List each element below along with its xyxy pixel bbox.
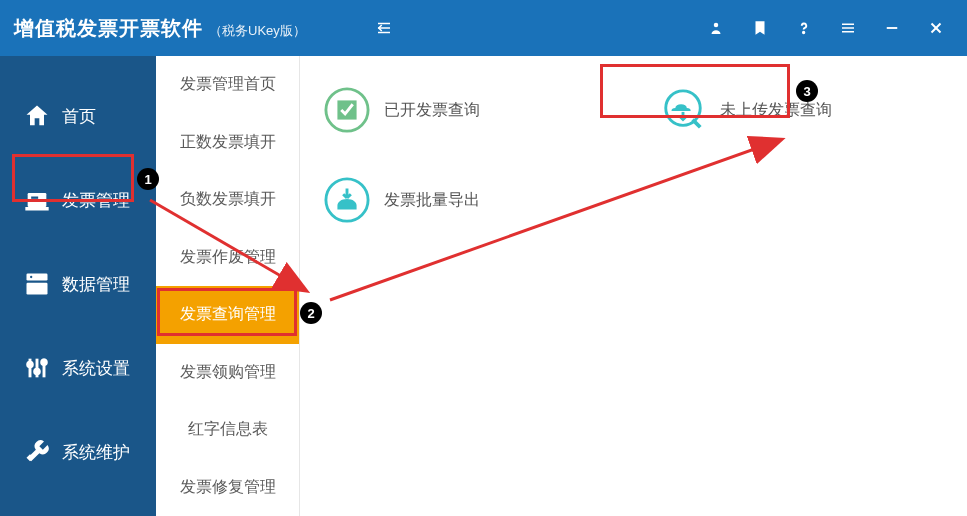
svg-rect-13 (31, 197, 38, 199)
svg-rect-15 (27, 283, 48, 295)
app-window: 增值税发票开票软件 （税务UKey版） (0, 0, 967, 516)
menu-collapse-icon (375, 19, 393, 37)
export-icon (324, 177, 370, 223)
close-icon[interactable] (927, 19, 945, 37)
sidebar: 首页 发票管理 数据管理 系统设置 (0, 56, 156, 516)
cloud-upload-icon (660, 87, 706, 133)
submenu-item-repair[interactable]: 发票修复管理 (156, 459, 299, 517)
submenu-label: 红字信息表 (188, 419, 268, 440)
submenu-item-purchase[interactable]: 发票领购管理 (156, 344, 299, 402)
sidebar-toggle[interactable] (354, 19, 414, 37)
help-icon[interactable] (795, 19, 813, 37)
submenu: 发票管理首页 正数发票填开 负数发票填开 发票作废管理 发票查询管理 发票领购管… (156, 56, 300, 516)
svg-line-27 (693, 120, 701, 128)
invoice-icon (22, 185, 52, 215)
submenu-label: 发票管理首页 (180, 74, 276, 95)
submenu-label: 发票领购管理 (180, 362, 276, 383)
app-title: 增值税发票开票软件 (14, 15, 203, 42)
sidebar-item-maintenance[interactable]: 系统维护 (0, 410, 156, 494)
submenu-item-negative[interactable]: 负数发票填开 (156, 171, 299, 229)
menu-icon[interactable] (839, 19, 857, 37)
sidebar-item-label: 发票管理 (62, 189, 130, 212)
func-not-uploaded-query[interactable]: 未上传发票查询 (660, 80, 832, 140)
func-label: 未上传发票查询 (720, 100, 832, 121)
sidebar-item-label: 系统设置 (62, 357, 130, 380)
app-body: 首页 发票管理 数据管理 系统设置 (0, 56, 967, 516)
data-icon (22, 269, 52, 299)
submenu-label: 负数发票填开 (180, 189, 276, 210)
submenu-item-void[interactable]: 发票作废管理 (156, 229, 299, 287)
bookmark-icon[interactable] (751, 19, 769, 37)
user-icon[interactable] (707, 19, 725, 37)
sidebar-item-invoice[interactable]: 发票管理 (0, 158, 156, 242)
submenu-item-redinfo[interactable]: 红字信息表 (156, 401, 299, 459)
content-area: 已开发票查询 未上传发票查询 发票批量导出 (300, 56, 967, 516)
func-batch-export[interactable]: 发票批量导出 (324, 170, 480, 230)
wrench-icon (22, 437, 52, 467)
func-label: 已开发票查询 (384, 100, 480, 121)
submenu-label: 正数发票填开 (180, 132, 276, 153)
check-doc-icon (324, 87, 370, 133)
svg-point-20 (28, 362, 33, 367)
svg-point-4 (803, 32, 805, 34)
svg-rect-11 (28, 193, 47, 207)
sidebar-item-home[interactable]: 首页 (0, 74, 156, 158)
submenu-label: 发票修复管理 (180, 477, 276, 498)
submenu-item-positive[interactable]: 正数发票填开 (156, 114, 299, 172)
submenu-item-home[interactable]: 发票管理首页 (156, 56, 299, 114)
svg-rect-12 (25, 207, 48, 211)
func-issued-query[interactable]: 已开发票查询 (324, 80, 480, 140)
settings-icon (22, 353, 52, 383)
svg-point-22 (42, 360, 47, 365)
sidebar-item-label: 数据管理 (62, 273, 130, 296)
func-label: 发票批量导出 (384, 190, 480, 211)
sidebar-item-data[interactable]: 数据管理 (0, 242, 156, 326)
submenu-label: 发票作废管理 (180, 247, 276, 268)
svg-rect-14 (27, 274, 48, 281)
title-bar-right (707, 19, 967, 37)
sidebar-item-settings[interactable]: 系统设置 (0, 326, 156, 410)
svg-point-21 (35, 369, 40, 374)
sidebar-item-label: 首页 (62, 105, 96, 128)
svg-point-16 (30, 276, 32, 278)
submenu-label: 发票查询管理 (180, 304, 276, 325)
title-bar: 增值税发票开票软件 （税务UKey版） (0, 0, 967, 56)
app-subtitle: （税务UKey版） (209, 22, 306, 40)
minimize-icon[interactable] (883, 19, 901, 37)
svg-point-3 (714, 23, 719, 28)
home-icon (22, 101, 52, 131)
title-bar-left: 增值税发票开票软件 （税务UKey版） (0, 15, 306, 42)
submenu-item-query[interactable]: 发票查询管理 (156, 286, 299, 344)
sidebar-item-label: 系统维护 (62, 441, 130, 464)
